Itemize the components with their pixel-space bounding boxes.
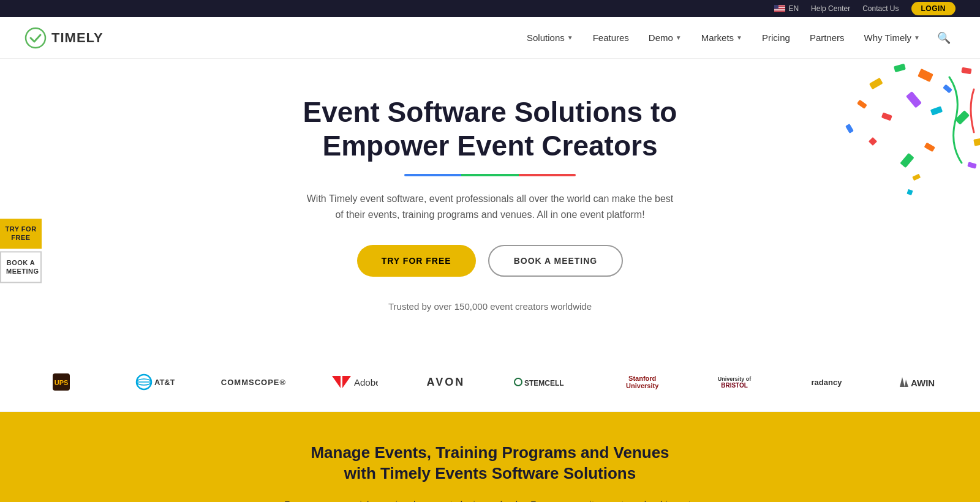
att-logo-icon: AT&T bbox=[132, 373, 175, 391]
svg-rect-20 bbox=[881, 113, 892, 121]
nav-markets[interactable]: Markets ▼ bbox=[694, 28, 750, 48]
search-icon[interactable]: 🔍 bbox=[932, 26, 956, 50]
underline-blue bbox=[404, 174, 461, 176]
nav-pricing[interactable]: Pricing bbox=[755, 28, 797, 48]
stemcell-logo-icon: STEMCELL bbox=[513, 373, 575, 391]
svg-rect-8 bbox=[774, 12, 785, 12]
svg-rect-26 bbox=[907, 189, 913, 195]
svg-rect-12 bbox=[894, 64, 906, 72]
svg-point-10 bbox=[26, 28, 45, 48]
nav-features[interactable]: Features bbox=[586, 28, 636, 48]
svg-rect-18 bbox=[857, 100, 867, 109]
hero-subtitle: With Timely event software, event profes… bbox=[306, 191, 674, 222]
svg-text:UPS: UPS bbox=[55, 379, 69, 386]
svg-text:AWIN: AWIN bbox=[911, 378, 935, 388]
svg-rect-25 bbox=[967, 162, 977, 168]
try-for-free-button[interactable]: TRY FOR FREE bbox=[357, 245, 476, 277]
logo-ups: UPS bbox=[37, 371, 86, 393]
logo-icon bbox=[24, 27, 47, 49]
svg-rect-22 bbox=[973, 137, 980, 146]
svg-rect-27 bbox=[869, 137, 877, 146]
title-underline bbox=[404, 174, 576, 176]
contact-us-link[interactable]: Contact Us bbox=[862, 4, 899, 13]
logo-adobe: Adobe bbox=[329, 373, 378, 391]
confetti-svg bbox=[747, 59, 980, 291]
logo-commscope: COMMSCOPE® bbox=[221, 378, 286, 387]
svg-rect-15 bbox=[961, 67, 971, 75]
side-try-free-button[interactable]: TRY FOR FREE bbox=[0, 219, 42, 249]
side-buttons: TRY FOR FREE BOOK A MEETING bbox=[0, 219, 42, 283]
logos-bar: UPS AT&T COMMSCOPE® Adobe AVON STEMCELL bbox=[0, 353, 980, 412]
yellow-text: For us, every special occasion deserves … bbox=[263, 496, 717, 502]
svg-marker-35 bbox=[332, 376, 341, 388]
chevron-down-icon: ▼ bbox=[914, 34, 920, 41]
logo-radancy: radancy bbox=[802, 378, 851, 387]
logo-bristol: University of BRISTOL bbox=[710, 376, 759, 389]
nav-links: Solutions ▼ Features Demo ▼ Markets ▼ Pr… bbox=[519, 26, 956, 50]
flag-icon bbox=[774, 5, 785, 12]
svg-rect-17 bbox=[930, 106, 943, 116]
svg-text:Adobe: Adobe bbox=[354, 377, 378, 388]
underline-green bbox=[461, 174, 518, 176]
main-navigation: TIMELY Solutions ▼ Features Demo ▼ Marke… bbox=[0, 17, 980, 59]
language-selector[interactable]: EN bbox=[774, 4, 799, 13]
svg-rect-38 bbox=[514, 378, 522, 386]
logo-avon: AVON bbox=[421, 376, 470, 389]
svg-text:STEMCELL: STEMCELL bbox=[524, 379, 564, 388]
book-a-meeting-button[interactable]: BOOK A MEETING bbox=[488, 245, 624, 277]
chevron-down-icon: ▼ bbox=[676, 34, 682, 41]
svg-rect-13 bbox=[943, 84, 952, 93]
svg-rect-9 bbox=[774, 5, 778, 9]
hero-title: Event Software Solutions to Empower Even… bbox=[303, 96, 677, 163]
adobe-logo-icon: Adobe bbox=[329, 373, 378, 391]
side-book-meeting-button[interactable]: BOOK A MEETING bbox=[0, 251, 42, 283]
nav-demo[interactable]: Demo ▼ bbox=[641, 28, 689, 48]
svg-rect-7 bbox=[774, 10, 785, 11]
svg-rect-24 bbox=[900, 153, 914, 168]
ups-logo-icon: UPS bbox=[50, 371, 72, 393]
svg-rect-21 bbox=[845, 124, 854, 133]
hero-section: Event Software Solutions to Empower Even… bbox=[0, 59, 980, 353]
confetti-decoration bbox=[747, 59, 980, 291]
logo-awin: AWIN bbox=[894, 373, 943, 391]
nav-solutions[interactable]: Solutions ▼ bbox=[519, 28, 581, 48]
awin-logo-icon: AWIN bbox=[897, 373, 940, 391]
svg-rect-23 bbox=[924, 143, 935, 152]
hero-buttons: TRY FOR FREE BOOK A MEETING bbox=[357, 245, 624, 277]
underline-red bbox=[519, 174, 576, 176]
lang-label: EN bbox=[788, 4, 799, 13]
help-center-link[interactable]: Help Center bbox=[811, 4, 850, 13]
svg-rect-28 bbox=[912, 174, 921, 181]
svg-rect-11 bbox=[918, 69, 933, 82]
svg-rect-16 bbox=[906, 91, 922, 108]
svg-rect-6 bbox=[774, 10, 785, 10]
logo-link[interactable]: TIMELY bbox=[24, 27, 104, 49]
logo-text: TIMELY bbox=[51, 30, 104, 46]
trusted-text: Trusted by over 150,000 event creators w… bbox=[388, 301, 592, 312]
logo-att: AT&T bbox=[129, 373, 178, 391]
logo-stanford: Stanford University bbox=[618, 375, 667, 389]
svg-marker-40 bbox=[900, 377, 908, 387]
yellow-section: Manage Events, Training Programs and Ven… bbox=[0, 412, 980, 502]
svg-rect-5 bbox=[774, 9, 785, 10]
nav-partners[interactable]: Partners bbox=[802, 28, 852, 48]
svg-marker-36 bbox=[342, 376, 351, 388]
nav-why-timely[interactable]: Why Timely ▼ bbox=[857, 28, 927, 48]
svg-text:AT&T: AT&T bbox=[154, 378, 175, 387]
logo-stemcell: STEMCELL bbox=[513, 373, 575, 391]
yellow-title: Manage Events, Training Programs and Ven… bbox=[123, 443, 858, 484]
svg-rect-14 bbox=[869, 78, 883, 90]
chevron-down-icon: ▼ bbox=[736, 34, 742, 41]
login-button[interactable]: LOGIN bbox=[911, 2, 956, 15]
top-bar: EN Help Center Contact Us LOGIN bbox=[0, 0, 980, 17]
chevron-down-icon: ▼ bbox=[567, 34, 573, 41]
svg-rect-19 bbox=[955, 110, 970, 125]
